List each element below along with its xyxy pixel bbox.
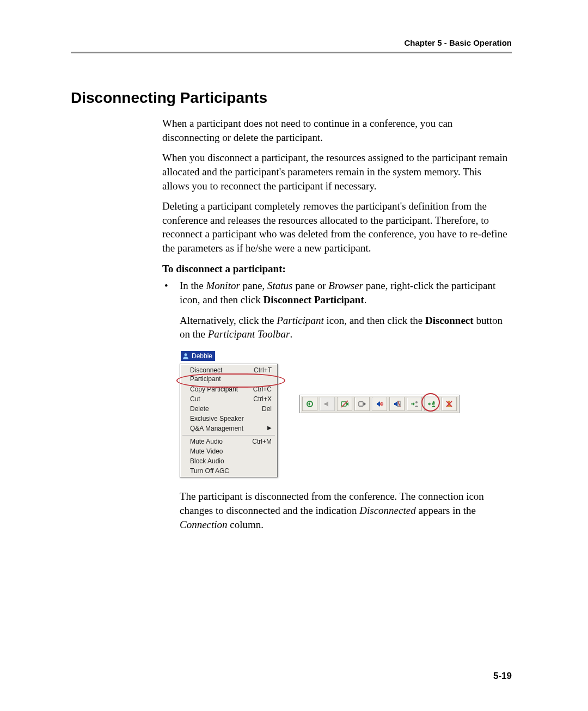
- body-content: When a participant does not need to cont…: [162, 117, 511, 538]
- add-participant-icon: [410, 400, 419, 408]
- menu-item-qa-management[interactable]: Q&A Management ▶: [180, 424, 277, 433]
- result-paragraph: The participant is disconnected from the…: [180, 489, 511, 531]
- paragraph: When a participant does not need to cont…: [162, 117, 511, 144]
- page-header: Chapter 5 - Basic Operation: [71, 38, 512, 57]
- svg-point-9: [415, 401, 418, 403]
- toolbar-button-speaker[interactable]: [320, 397, 335, 411]
- mute-audio-icon: [375, 400, 384, 408]
- menu-item-mute-video[interactable]: Mute Video: [180, 446, 277, 456]
- participant-chip[interactable]: Debbie: [181, 351, 215, 361]
- svg-rect-6: [381, 403, 383, 404]
- toolbar-button-video-out[interactable]: [354, 397, 370, 411]
- context-menu: Disconnect Participant Ctrl+T Copy Parti…: [180, 364, 278, 477]
- svg-rect-4: [359, 402, 363, 406]
- bullet-line: Alternatively, click the Participant ico…: [180, 314, 511, 341]
- menu-item-mute-audio[interactable]: Mute Audio Ctrl+M: [180, 437, 277, 446]
- submenu-arrow-icon: ▶: [267, 424, 272, 433]
- bullet-item: • In the Monitor pane, Status pane or Br…: [162, 279, 511, 538]
- toolbar-button-mute-video[interactable]: [337, 397, 352, 411]
- menu-item-block-audio[interactable]: Block Audio: [180, 456, 277, 466]
- block-audio-icon: [393, 400, 401, 408]
- paragraph: When you disconnect a participant, the r…: [162, 151, 511, 193]
- menu-item-turn-off-agc[interactable]: Turn Off AGC: [180, 466, 277, 476]
- context-menu-figure: Debbie Disconnect Participant Ctrl+T Cop…: [180, 351, 278, 477]
- toolbar-button-connect[interactable]: [302, 397, 317, 411]
- header-rule: [71, 52, 512, 53]
- svg-rect-2: [341, 402, 346, 406]
- toolbar-figure: [299, 395, 460, 413]
- paragraph: Deleting a participant completely remove…: [162, 199, 511, 255]
- menu-item-copy-participant[interactable]: Copy Participant Ctrl+C: [180, 384, 277, 394]
- menu-item-exclusive-speaker[interactable]: Exclusive Speaker: [180, 414, 277, 424]
- bullet-content: In the Monitor pane, Status pane or Brow…: [180, 279, 511, 538]
- procedure-heading: To disconnect a participant:: [162, 262, 511, 276]
- toolbar-button-mute-audio[interactable]: [372, 397, 387, 411]
- menu-item-delete[interactable]: Delete Del: [180, 404, 277, 414]
- page-number: 5-19: [493, 671, 512, 682]
- video-output-icon: [358, 400, 366, 408]
- bullet-line: In the Monitor pane, Status pane or Brow…: [180, 279, 511, 307]
- section-title: Disconnecting Participants: [71, 89, 512, 107]
- figure-row: Debbie Disconnect Participant Ctrl+T Cop…: [180, 351, 511, 477]
- toolbar-button-delete-participant[interactable]: [442, 397, 457, 411]
- disconnect-icon: [427, 400, 436, 408]
- menu-separator: [182, 435, 275, 436]
- speaker-left-icon: [323, 400, 332, 408]
- delete-participant-icon: [445, 400, 454, 408]
- participant-toolbar: [299, 395, 460, 413]
- menu-item-disconnect-participant[interactable]: Disconnect Participant Ctrl+T: [180, 365, 277, 384]
- svg-point-0: [185, 353, 187, 356]
- menu-item-cut[interactable]: Cut Ctrl+X: [180, 394, 277, 404]
- toolbar-button-disconnect[interactable]: [424, 397, 439, 411]
- chapter-label: Chapter 5 - Basic Operation: [404, 38, 512, 47]
- toolbar-button-block-audio[interactable]: [389, 397, 405, 411]
- mute-video-icon: [340, 400, 349, 408]
- bullet-marker: •: [162, 279, 180, 538]
- participant-icon: [182, 352, 189, 360]
- toolbar-button-add-participant[interactable]: [407, 397, 422, 411]
- connect-icon: [305, 400, 314, 408]
- participant-name: Debbie: [192, 352, 212, 360]
